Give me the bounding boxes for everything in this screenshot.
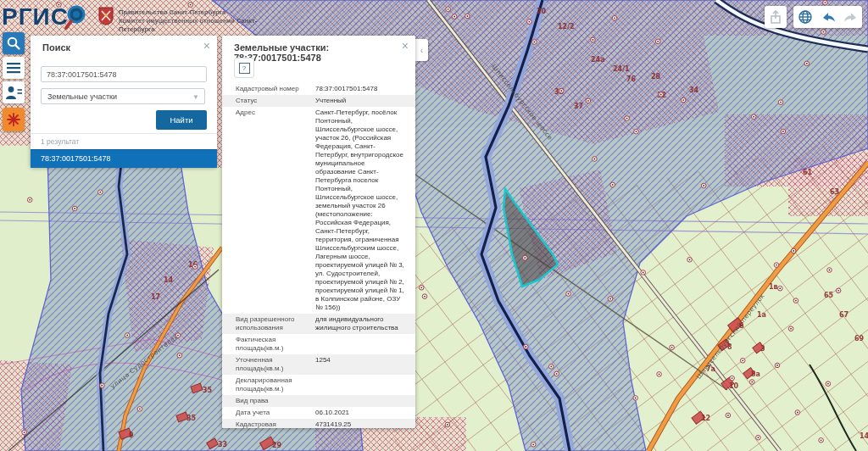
survey-point-marker xyxy=(125,333,130,338)
parcel-number-label: 12 xyxy=(701,415,710,422)
parcel-info-panel: Земельные участки: 78:37:0017501:5478 × … xyxy=(222,36,415,428)
survey-point-marker xyxy=(445,422,450,427)
export-button[interactable] xyxy=(765,6,787,28)
survey-point-marker xyxy=(591,37,596,42)
panel-collapse-tab[interactable]: ‹ xyxy=(415,39,428,61)
survey-point-marker xyxy=(687,258,693,263)
menu-icon xyxy=(7,62,20,74)
survey-point-marker xyxy=(823,0,828,5)
info-row: Дата учета06.10.2021 xyxy=(222,407,415,419)
survey-point-marker xyxy=(610,182,615,187)
survey-point-marker xyxy=(821,30,826,35)
info-row: Фактическая площадь(кв.м.) xyxy=(222,334,415,354)
survey-point-marker xyxy=(531,443,536,448)
parcel-number-label: 28 xyxy=(651,73,661,81)
survey-point-marker xyxy=(730,376,735,381)
parcel-number-label: 67 xyxy=(839,311,849,319)
parcel-number-label: 1а xyxy=(757,311,766,319)
search-panel-title: Поиск xyxy=(42,42,70,53)
parcel-number-label: 24а xyxy=(591,56,605,64)
survey-point-marker xyxy=(175,333,181,338)
info-row: Уточненная площадь(кв.м.)1254 xyxy=(222,354,415,375)
parcel-number-label: 29 xyxy=(272,442,282,449)
identify-icon: ? xyxy=(239,63,250,74)
survey-point-marker xyxy=(532,40,537,45)
survey-point-marker xyxy=(100,383,105,388)
sidebar-rgis-services-button[interactable] xyxy=(3,108,25,131)
survey-point-marker xyxy=(657,372,662,377)
survey-point-marker xyxy=(177,353,182,358)
survey-point-marker xyxy=(726,413,731,418)
parcel-number-label: 65 xyxy=(824,292,834,299)
survey-point-marker xyxy=(554,371,559,376)
survey-point-marker xyxy=(586,98,591,103)
back-arrow-icon xyxy=(820,9,837,25)
results-count: 1 результат xyxy=(41,137,79,146)
info-panel-close-icon[interactable]: × xyxy=(402,40,409,52)
survey-point-marker xyxy=(419,286,424,291)
survey-point-marker xyxy=(681,97,686,103)
survey-point-marker xyxy=(608,297,613,302)
parcel-number-label: 12/2 xyxy=(558,23,575,31)
search-result-item[interactable]: 78:37:0017501:5478 xyxy=(31,149,217,168)
search-query-input[interactable] xyxy=(41,66,207,82)
parcel-number-label: 6 xyxy=(739,322,744,330)
survey-point-marker xyxy=(188,3,193,8)
survey-point-marker xyxy=(27,198,32,203)
info-row: Вид права xyxy=(222,395,415,407)
parcel-number-label: 8 xyxy=(727,343,732,351)
results-divider xyxy=(31,133,217,134)
parcel-number-label: 76 xyxy=(626,75,637,83)
sidebar-user-info-button[interactable] xyxy=(3,81,25,103)
forward-button[interactable] xyxy=(839,6,862,28)
globe-button[interactable] xyxy=(793,6,816,28)
identify-on-map-button[interactable]: ? xyxy=(234,58,254,78)
parcel-number-label: 17 xyxy=(151,293,160,301)
search-category-select[interactable]: Земельные участки ▼ xyxy=(41,88,205,104)
globe-icon xyxy=(798,9,813,25)
parcel-number-label: 35 xyxy=(186,415,197,422)
gov-line1: Правительство Санкт-Петербурга xyxy=(119,8,280,17)
search-panel: Поиск × Земельные участки ▼ Найти 1 резу… xyxy=(31,36,217,167)
parcel-number-label: 61 xyxy=(803,169,813,176)
survey-point-marker xyxy=(778,100,783,105)
survey-point-marker xyxy=(422,294,427,299)
info-row: Вид разрешенного использованиядля индиви… xyxy=(222,314,415,334)
survey-point-marker xyxy=(778,286,783,291)
sidebar-layers-menu-button[interactable] xyxy=(3,57,25,79)
survey-point-marker xyxy=(593,157,598,162)
map-nav-group xyxy=(793,6,862,28)
survey-point-marker xyxy=(22,430,27,435)
government-header-text: Правительство Санкт-Петербурга Комитет и… xyxy=(119,8,280,34)
magnifier-logo-icon xyxy=(64,3,89,31)
survey-point-marker xyxy=(826,381,831,387)
parcel-number-label: 34 xyxy=(689,86,699,94)
survey-point-marker xyxy=(781,129,786,134)
survey-point-marker xyxy=(775,363,780,368)
parcel-number-label: 20 xyxy=(537,8,547,15)
survey-point-marker xyxy=(827,268,832,273)
parcel-number-label: 3 xyxy=(760,345,765,353)
chevron-left-icon: ‹ xyxy=(420,46,423,55)
survey-point-marker xyxy=(659,92,664,97)
survey-point-marker xyxy=(791,248,796,253)
survey-point-marker xyxy=(795,410,800,415)
info-row: СтатусУчтенный xyxy=(222,95,415,107)
search-panel-close-icon[interactable]: × xyxy=(203,40,210,52)
parcel-number-label: 9 xyxy=(129,432,134,439)
parcel-number-label: 14 xyxy=(860,432,868,440)
survey-point-marker xyxy=(701,183,706,188)
parcel-number-label: 8а xyxy=(751,370,760,378)
sidebar-search-button[interactable] xyxy=(3,32,25,54)
find-button[interactable]: Найти xyxy=(156,110,207,130)
chevron-down-icon: ▼ xyxy=(192,89,199,105)
info-row: Декларированная площадь(кв.м.) xyxy=(222,375,415,395)
gov-line2: Комитет имущественных отношений Санкт-Пе… xyxy=(119,17,280,34)
survey-point-marker xyxy=(641,270,646,276)
rgis-logo[interactable]: РГИС xyxy=(2,3,89,31)
info-row: Кадастровая стоимость, руб.4731419.25 xyxy=(222,419,415,428)
back-button[interactable] xyxy=(816,6,839,28)
survey-point-marker xyxy=(566,292,571,297)
export-icon xyxy=(768,9,783,25)
parcel-number-label: 14 xyxy=(164,276,174,284)
